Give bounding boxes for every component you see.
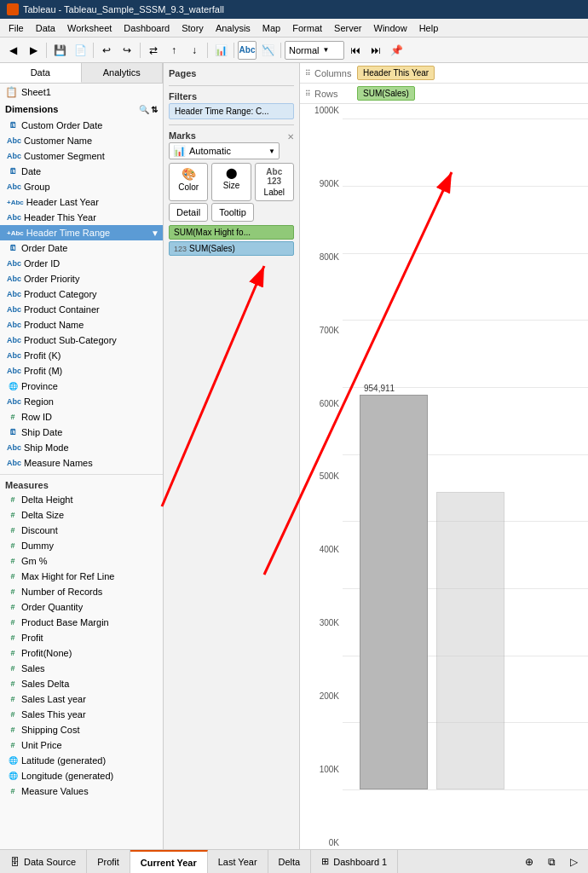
abc-button[interactable]: Abc [238, 41, 257, 60]
field-group[interactable]: AbcGroup [0, 179, 163, 194]
field-customer-segment[interactable]: AbcCustomer Segment [0, 148, 163, 164]
menu-data[interactable]: Data [31, 21, 61, 35]
field-measure-values[interactable]: #Measure Values [0, 783, 163, 799]
field-row-id[interactable]: #Row ID [0, 409, 163, 425]
field-sales-this-year[interactable]: #Sales This year [0, 707, 163, 722]
field-header-last-year[interactable]: +AbcHeader Last Year [0, 194, 163, 210]
save-button[interactable]: 💾 [50, 41, 69, 60]
field-sales[interactable]: #Sales [0, 661, 163, 676]
field-date[interactable]: 🗓Date [0, 164, 163, 179]
detail-button[interactable]: Detail [169, 203, 208, 222]
field-region[interactable]: AbcRegion [0, 394, 163, 409]
field-profit-none[interactable]: #Profit(None) [0, 645, 163, 661]
menu-server[interactable]: Server [329, 21, 366, 35]
rows-icon: ⠿ [305, 90, 311, 98]
undo-button[interactable]: ↩ [97, 41, 116, 60]
field-sales-delta[interactable]: #Sales Delta [0, 676, 163, 691]
rows-chip[interactable]: SUM(Sales) [357, 86, 415, 101]
swap-button[interactable]: ⇄ [144, 41, 163, 60]
prev-frame-button[interactable]: ⏮ [346, 41, 365, 60]
field-latitude[interactable]: 🌐Latitude (generated) [0, 753, 163, 768]
field-longitude[interactable]: 🌐Longitude (generated) [0, 768, 163, 783]
sort-icon[interactable]: ⇅ [151, 105, 158, 114]
field-delta-size[interactable]: #Delta Size [0, 507, 163, 523]
y-label-100k: 100K [320, 765, 339, 774]
redo-button[interactable]: ↪ [118, 41, 136, 60]
field-order-id[interactable]: AbcOrder ID [0, 256, 163, 271]
tab-data[interactable]: Data [0, 63, 82, 83]
label-button[interactable]: Abc123 Label [255, 163, 294, 201]
field-num-records[interactable]: #Number of Records [0, 584, 163, 599]
field-shipping-cost[interactable]: #Shipping Cost [0, 722, 163, 737]
marks-type-dropdown[interactable]: 📊 Automatic ▼ [169, 142, 280, 159]
add-sheet-button[interactable]: ⊕ [520, 853, 539, 871]
field-discount[interactable]: #Discount [0, 523, 163, 538]
sort-asc-button[interactable]: ↑ [164, 41, 183, 60]
color-button[interactable]: 🎨 Color [169, 163, 208, 201]
chart-type-button[interactable]: 📊 [211, 41, 230, 60]
field-ship-date[interactable]: 🗓Ship Date [0, 425, 163, 440]
filter-chip[interactable]: Header Time Range: C... [169, 103, 294, 119]
tab-data-source[interactable]: 🗄 Data Source [0, 850, 87, 873]
field-header-this-year[interactable]: AbcHeader This Year [0, 210, 163, 225]
menu-format[interactable]: Format [287, 21, 327, 35]
field-delta-height[interactable]: #Delta Height [0, 492, 163, 507]
tab-dashboard-1[interactable]: ⊞ Dashboard 1 [311, 850, 398, 873]
field-customer-name[interactable]: AbcCustomer Name [0, 133, 163, 148]
field-product-container[interactable]: AbcProduct Container [0, 302, 163, 317]
view-type-dropdown[interactable]: Normal ▼ [285, 41, 344, 60]
menu-window[interactable]: Window [369, 21, 412, 35]
new-button[interactable]: 📄 [71, 41, 89, 60]
next-frame-button[interactable]: ⏭ [366, 41, 385, 60]
forward-button[interactable]: ▶ [24, 41, 43, 60]
tab-profit[interactable]: Profit [87, 850, 130, 873]
tab-nav-button[interactable]: ▷ [564, 853, 583, 871]
field-sales-last-year[interactable]: #Sales Last year [0, 691, 163, 707]
field-product-base-margin[interactable]: #Product Base Margin [0, 615, 163, 630]
tab-delta[interactable]: Delta [268, 850, 312, 873]
field-profit[interactable]: #Profit [0, 630, 163, 645]
filters-label: Filters [169, 91, 294, 101]
tab-last-year[interactable]: Last Year [208, 850, 268, 873]
field-dummy[interactable]: #Dummy [0, 538, 163, 553]
title-bar: Tableau - Tableau_Sample_SSSM_9.3_waterf… [0, 0, 588, 19]
field-order-quantity[interactable]: #Order Quantity [0, 599, 163, 615]
field-product-sub-category[interactable]: AbcProduct Sub-Category [0, 332, 163, 348]
field-gm-percent[interactable]: #Gm % [0, 553, 163, 569]
field-custom-order-date[interactable]: 🗓Custom Order Date [0, 118, 163, 133]
duplicate-sheet-button[interactable]: ⧉ [542, 853, 561, 871]
field-header-time-range[interactable]: +AbcHeader Time Range▼ [0, 225, 163, 240]
field-order-date[interactable]: 🗓Order Date [0, 240, 163, 256]
field-unit-price[interactable]: #Unit Price [0, 737, 163, 753]
menu-map[interactable]: Map [257, 21, 285, 35]
y-label-0k: 0K [329, 838, 339, 847]
field-measure-names[interactable]: AbcMeasure Names [0, 455, 163, 471]
pin-button[interactable]: 📌 [387, 41, 406, 60]
search-icon[interactable]: 🔍 [139, 105, 149, 114]
menu-file[interactable]: File [3, 21, 29, 35]
tab-analytics[interactable]: Analytics [82, 63, 164, 83]
tooltip-button[interactable]: Tooltip [211, 203, 254, 222]
menu-story[interactable]: Story [176, 21, 209, 35]
menu-help[interactable]: Help [414, 21, 444, 35]
columns-chip[interactable]: Header This Year [357, 66, 435, 80]
menu-worksheet[interactable]: Worksheet [62, 21, 117, 35]
menu-analysis[interactable]: Analysis [210, 21, 256, 35]
field-ship-mode[interactable]: AbcShip Mode [0, 440, 163, 455]
field-profit-m[interactable]: AbcProfit (M) [0, 363, 163, 379]
field-product-name[interactable]: AbcProduct Name [0, 317, 163, 332]
field-order-priority[interactable]: AbcOrder Priority [0, 271, 163, 286]
sum-chip-2[interactable]: 123 SUM(Sales) [169, 241, 294, 256]
bar-chart-button[interactable]: 📉 [258, 41, 277, 60]
back-button[interactable]: ◀ [3, 41, 22, 60]
sum-chip-1[interactable]: SUM(Max Hight fo... [169, 225, 294, 240]
field-province[interactable]: 🌐Province [0, 379, 163, 394]
bar-chart-icon: 📊 [173, 145, 186, 157]
field-profit-k[interactable]: AbcProfit (K) [0, 348, 163, 363]
field-product-category[interactable]: AbcProduct Category [0, 286, 163, 302]
menu-dashboard[interactable]: Dashboard [118, 21, 175, 35]
tab-current-year[interactable]: Current Year [130, 850, 208, 873]
size-button[interactable]: ⬤ Size [211, 163, 251, 201]
field-max-height[interactable]: #Max Hight for Ref Line [0, 569, 163, 584]
sort-desc-button[interactable]: ↓ [185, 41, 204, 60]
